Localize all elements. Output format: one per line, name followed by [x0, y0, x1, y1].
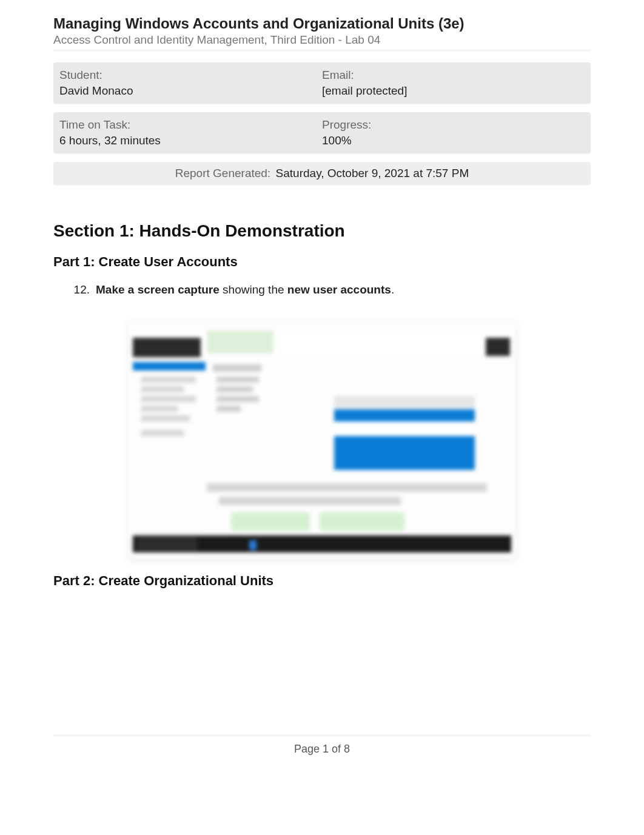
list-item-bold2: new user accounts — [287, 283, 391, 296]
progress-label: Progress: — [322, 118, 585, 132]
screenshot-sidebar-selected — [133, 362, 206, 371]
student-col: Student: David Monaco — [59, 69, 322, 98]
screenshot-green-button — [231, 512, 310, 531]
screenshot-close-button — [486, 338, 510, 356]
report-label: Report Generated: — [175, 167, 270, 179]
screenshot-container — [53, 321, 591, 558]
time-value: 6 hours, 32 minutes — [59, 134, 322, 147]
screenshot-list-gap — [334, 423, 475, 435]
screenshot-mid-item — [216, 406, 241, 412]
screenshot-mid-item — [216, 377, 259, 383]
report-generated-row: Report Generated: Saturday, October 9, 2… — [53, 162, 591, 185]
screenshot-list-header — [334, 396, 475, 408]
progress-value: 100% — [322, 134, 585, 147]
screenshot-sidebar-item — [141, 386, 184, 392]
screenshot-green-button — [320, 512, 404, 531]
doc-title: Managing Windows Accounts and Organizati… — [53, 15, 591, 32]
list-item-text: Make a screen capture showing the new us… — [96, 283, 394, 297]
screenshot-ribbon-tab — [207, 330, 273, 354]
info-box-time-progress: Time on Task: 6 hours, 32 minutes Progre… — [53, 112, 591, 153]
screenshot-sidebar-item — [141, 415, 190, 421]
footer-divider — [53, 734, 591, 737]
page-footer: Page 1 of 8 — [53, 743, 591, 756]
list-item-end: . — [391, 283, 394, 296]
report-value: Saturday, October 9, 2021 at 7:57 PM — [276, 167, 469, 179]
doc-subtitle: Access Control and Identity Management, … — [53, 33, 591, 47]
screenshot-mid-item — [213, 364, 261, 372]
list-item-12: 12. Make a screen capture showing the ne… — [67, 283, 591, 297]
section-1-heading: Section 1: Hands-On Demonstration — [53, 221, 591, 241]
part-1-heading: Part 1: Create User Accounts — [53, 254, 591, 270]
screenshot-taskbar-segment — [136, 537, 197, 551]
progress-col: Progress: 100% — [322, 118, 585, 147]
screenshot-list-selected-block — [334, 436, 475, 470]
screenshot-sidebar-item — [141, 430, 184, 436]
email-label: Email: — [322, 69, 585, 82]
email-value: [email protected] — [322, 84, 585, 98]
screenshot-sidebar-item — [141, 396, 196, 402]
screenshot-taskbar-blue-icon — [249, 540, 257, 550]
list-item-mid: showing the — [220, 283, 287, 296]
screenshot-sidebar-item — [141, 406, 178, 412]
screenshot-list-selected — [334, 409, 475, 421]
student-label: Student: — [59, 69, 322, 82]
email-col: Email: [email protected] — [322, 69, 585, 98]
header-divider — [53, 49, 591, 52]
embedded-screenshot — [128, 321, 516, 558]
screenshot-bottom-line — [219, 497, 401, 505]
time-col: Time on Task: 6 hours, 32 minutes — [59, 118, 322, 147]
student-value: David Monaco — [59, 84, 322, 98]
time-label: Time on Task: — [59, 118, 322, 132]
screenshot-sidebar-item — [141, 377, 196, 383]
screenshot-mid-item — [216, 396, 259, 402]
list-item-bold1: Make a screen capture — [96, 283, 220, 296]
screenshot-titlebar-dark — [133, 338, 201, 357]
document-header: Managing Windows Accounts and Organizati… — [53, 15, 591, 52]
list-item-number: 12. — [67, 283, 90, 297]
part-2-heading: Part 2: Create Organizational Units — [53, 573, 591, 589]
screenshot-bottom-line — [207, 483, 487, 492]
screenshot-mid-item — [216, 386, 253, 392]
info-box-student-email: Student: David Monaco Email: [email prot… — [53, 62, 591, 104]
